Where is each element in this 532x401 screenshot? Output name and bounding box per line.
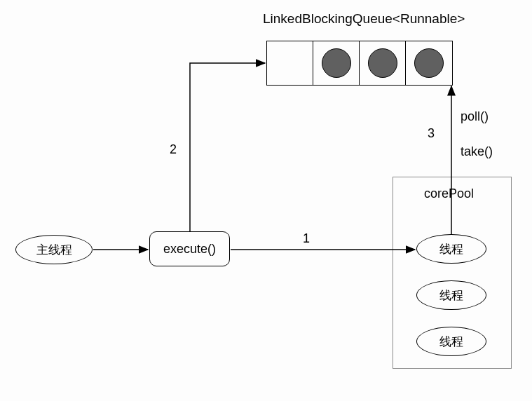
poll-label: poll() xyxy=(461,109,489,124)
queue-cell-1 xyxy=(313,41,360,85)
thread-node-3: 线程 xyxy=(416,327,486,356)
task-dot xyxy=(322,48,351,78)
thread-node-1: 线程 xyxy=(416,234,486,264)
execute-node: execute() xyxy=(149,231,230,266)
edge-label-1: 1 xyxy=(303,231,310,246)
execute-label: execute() xyxy=(163,242,216,257)
queue-cell-3 xyxy=(406,41,452,85)
thread-label-3: 线程 xyxy=(439,334,463,350)
edge-label-2: 2 xyxy=(170,142,177,157)
queue-box xyxy=(266,41,453,86)
main-thread-node: 主线程 xyxy=(15,235,93,264)
take-label: take() xyxy=(461,144,493,159)
corepool-title: corePool xyxy=(424,186,474,201)
arrow-execute-to-queue xyxy=(190,63,265,231)
thread-node-2: 线程 xyxy=(416,280,486,310)
queue-title: LinkedBlockingQueue<Runnable> xyxy=(263,11,465,27)
task-dot xyxy=(368,48,397,78)
queue-cell-0 xyxy=(267,41,313,85)
main-thread-label: 主线程 xyxy=(36,242,72,258)
thread-label-1: 线程 xyxy=(439,241,463,257)
queue-cell-2 xyxy=(360,41,406,85)
thread-label-2: 线程 xyxy=(439,287,463,304)
edge-label-3: 3 xyxy=(428,126,435,141)
task-dot xyxy=(414,48,444,78)
